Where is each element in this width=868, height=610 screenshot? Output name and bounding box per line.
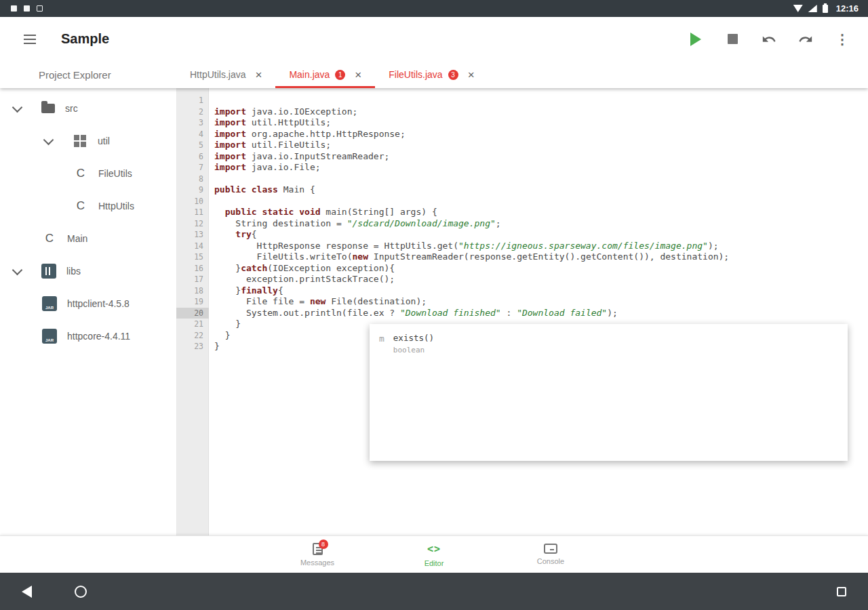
code-text: System.out.println(file.ex ? "Download f… [209, 308, 618, 319]
bottom-nav-console[interactable]: Console [526, 544, 575, 565]
stop-button[interactable] [719, 26, 746, 53]
code-line[interactable]: 6import java.io.InputStreamReader; [176, 151, 868, 163]
autocomplete-texts: exists() boolean [393, 333, 434, 354]
line-number: 16 [176, 263, 209, 274]
close-tab-icon[interactable]: × [468, 69, 475, 81]
folder-icon [41, 104, 55, 113]
line-number: 2 [176, 106, 209, 118]
code-line[interactable]: 5import util.FileUtils; [176, 140, 868, 151]
class-icon: C [73, 166, 88, 181]
code-line[interactable]: 13 try{ [176, 229, 868, 241]
tab-httputils-java[interactable]: HttpUtils.java× [176, 61, 275, 88]
code-token: "Download failed" [517, 308, 607, 318]
bottom-nav-label: Messages [300, 558, 334, 567]
tree-item-label: util [98, 136, 110, 146]
tree-item-util[interactable]: util [0, 125, 176, 157]
status-notifications [7, 5, 50, 12]
code-line[interactable]: 10 [176, 196, 868, 207]
code-token: java.io.File; [246, 162, 321, 172]
code-token: java.io.IOException; [246, 106, 357, 117]
line-number: 11 [176, 207, 209, 218]
code-token: new [310, 296, 326, 306]
code-token: InputStreamReader(response.getEntity().g… [368, 251, 729, 262]
overflow-menu-button[interactable]: ⋮ [829, 26, 856, 53]
line-number: 19 [176, 296, 209, 308]
code-text: FileUtils.writeTo(new InputStreamReader(… [209, 251, 729, 263]
tab-fileutils-java[interactable]: FileUtils.java3× [375, 61, 488, 88]
tree-item-httpcore-4-4-11[interactable]: JARhttpcore-4.4.11 [0, 320, 176, 352]
chevron-down-icon[interactable] [12, 264, 23, 275]
code-line[interactable]: 2import java.io.IOException; [176, 106, 868, 118]
code-text: try{ [209, 229, 257, 241]
code-line[interactable]: 9public class Main { [176, 184, 868, 196]
line-number: 23 [176, 341, 209, 352]
home-button[interactable] [75, 586, 87, 598]
code-token: String destination = [214, 218, 347, 228]
code-text: import java.io.File; [209, 162, 321, 174]
code-line[interactable]: 11 public static void main(String[] args… [176, 207, 868, 218]
code-line[interactable]: 8 [176, 174, 868, 185]
bottom-nav-editor[interactable]: <>Editor [410, 542, 458, 567]
line-number: 9 [176, 184, 209, 196]
code-token: util.HttpUtils; [246, 117, 331, 127]
close-tab-icon[interactable]: × [355, 69, 361, 81]
chevron-down-icon[interactable] [12, 102, 23, 113]
code-line[interactable]: 3import util.HttpUtils; [176, 117, 868, 129]
code-line[interactable]: 4import org.apache.http.HttpResponse; [176, 129, 868, 140]
code-line[interactable]: 19 File file = new File(destination); [176, 296, 868, 308]
autocomplete-item[interactable]: m exists() boolean [370, 324, 848, 363]
code-text: import util.HttpUtils; [209, 117, 331, 129]
code-line[interactable]: 1 [176, 95, 868, 106]
tab-row: Project Explorer HttpUtils.java×Main.jav… [0, 61, 868, 88]
tree-item-label: Main [67, 233, 87, 244]
line-number: 12 [176, 218, 209, 230]
undo-button[interactable] [755, 26, 783, 53]
tree-item-main[interactable]: CMain [0, 222, 176, 255]
code-line[interactable]: 16 }catch(IOException exception){ [176, 263, 868, 274]
close-tab-icon[interactable]: × [255, 69, 262, 81]
toolbar-actions: ⋮ [682, 26, 856, 53]
code-line[interactable]: 20 System.out.println(file.ex ? "Downloa… [176, 308, 868, 319]
menu-button[interactable] [18, 27, 42, 52]
code-token: ); [708, 241, 719, 251]
code-token: "https://igneous.sparseway.com/files/ima… [458, 241, 708, 251]
code-token: File file = [214, 296, 310, 306]
code-token: import [214, 140, 246, 150]
unread-count-badge: 8 [319, 540, 328, 549]
bottom-nav-label: Console [537, 557, 564, 565]
tree-item-httputils[interactable]: CHttpUtils [0, 190, 176, 222]
code-token: { [278, 285, 283, 296]
tree-item-httpclient-4-5-8[interactable]: JARhttpclient-4.5.8 [0, 287, 176, 320]
back-button[interactable] [22, 586, 32, 598]
code-text: }finally{ [209, 285, 283, 297]
code-line[interactable]: 15 FileUtils.writeTo(new InputStreamRead… [176, 251, 868, 263]
run-button[interactable] [682, 26, 709, 53]
editor-panel[interactable]: 12import java.io.IOException;3import uti… [176, 88, 868, 535]
tree-item-label: httpclient-4.5.8 [67, 298, 130, 309]
code-line[interactable]: 14 HttpResponse response = HttpUtils.get… [176, 241, 868, 252]
tree-item-src[interactable]: src [0, 92, 176, 125]
code-line[interactable]: 18 }finally{ [176, 285, 868, 297]
tab-main-java[interactable]: Main.java1× [275, 61, 375, 88]
code-line[interactable]: 12 String destination = "/sdcard/Downloa… [176, 218, 868, 230]
code-text [209, 196, 214, 207]
code-line[interactable]: 17 exception.printStackTrace(); [176, 274, 868, 285]
redo-icon [798, 32, 813, 47]
code-token: "/sdcard/Download/image.png" [347, 218, 496, 228]
line-number: 6 [176, 151, 209, 163]
code-token: Main { [278, 184, 315, 195]
tree-item-fileutils[interactable]: CFileUtils [0, 157, 176, 190]
chevron-down-icon[interactable] [43, 134, 54, 145]
status-bar: 12:16 [0, 0, 868, 17]
tree-item-label: httpcore-4.4.11 [67, 331, 130, 342]
code-text: exception.printStackTrace(); [209, 274, 395, 285]
autocomplete-return-type: boolean [393, 346, 434, 354]
line-number: 10 [176, 196, 209, 207]
code-token: } [214, 330, 230, 340]
redo-button[interactable] [792, 26, 819, 53]
code-line[interactable]: 7import java.io.File; [176, 162, 868, 174]
bottom-nav-messages[interactable]: 8Messages [293, 543, 342, 567]
code-token: } [214, 285, 241, 296]
recents-button[interactable] [837, 587, 846, 596]
tree-item-libs[interactable]: libs [0, 255, 176, 287]
